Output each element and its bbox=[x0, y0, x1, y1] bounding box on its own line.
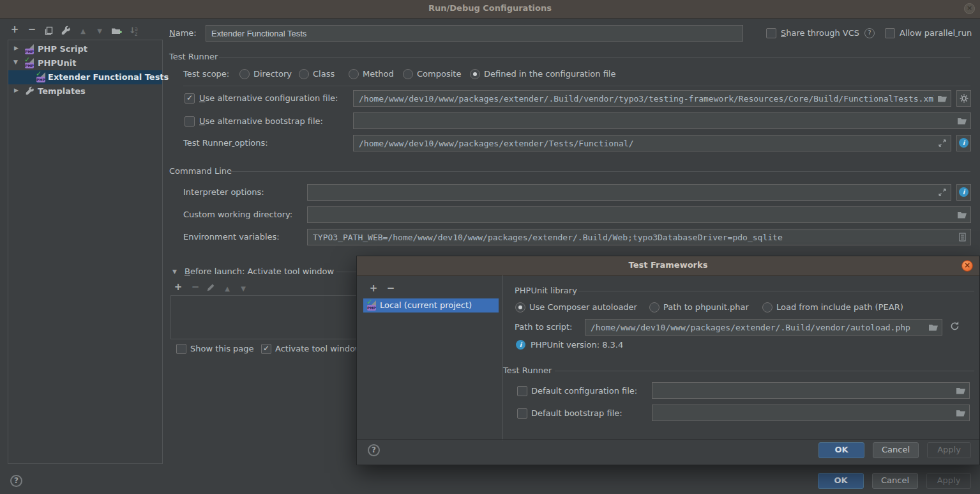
before-launch-move-up-icon[interactable]: ▲ bbox=[222, 283, 233, 295]
scope-radio-defined-in-config[interactable] bbox=[470, 69, 480, 79]
vcs-help-icon[interactable]: ? bbox=[864, 28, 875, 38]
refresh-icon[interactable] bbox=[949, 321, 960, 332]
composer-autoloader-radio[interactable] bbox=[515, 302, 525, 313]
move-down-icon[interactable]: ▼ bbox=[94, 26, 105, 37]
info-icon: i bbox=[516, 340, 525, 350]
show-this-page-label: Show this page bbox=[190, 344, 254, 353]
environment-variables-input[interactable] bbox=[307, 229, 971, 245]
window-close-icon[interactable]: × bbox=[964, 3, 975, 14]
alt-bootstrap-path-input[interactable] bbox=[353, 112, 971, 129]
scope-radio-directory[interactable] bbox=[239, 69, 250, 79]
interpreter-options-input[interactable] bbox=[307, 184, 951, 201]
composer-autoloader-radio-label[interactable]: Use Composer autoloader bbox=[529, 302, 637, 312]
use-alt-bootstrap-checkbox[interactable]: ✓ bbox=[185, 116, 195, 127]
tree-item-label[interactable]: PHP Script bbox=[38, 44, 87, 54]
help-icon[interactable]: ? bbox=[10, 475, 22, 487]
remove-configuration-button[interactable]: − bbox=[26, 24, 38, 36]
new-folder-icon[interactable] bbox=[111, 26, 123, 37]
scope-radio-method[interactable] bbox=[349, 69, 359, 79]
dialog-apply-button[interactable]: Apply bbox=[927, 442, 971, 458]
scope-radio-class[interactable] bbox=[299, 69, 309, 79]
interpreter-options-info-button[interactable]: i bbox=[956, 184, 971, 201]
group-divider bbox=[578, 291, 974, 291]
tree-item-label[interactable]: Extender Functional Tests bbox=[48, 72, 169, 82]
share-through-vcs-label: Share through VCS bbox=[781, 28, 859, 38]
name-input[interactable] bbox=[206, 25, 743, 42]
default-bootstrap-file-checkbox[interactable]: ✓ bbox=[517, 408, 527, 419]
alt-config-settings-button[interactable] bbox=[956, 90, 971, 107]
move-up-icon[interactable]: ▲ bbox=[77, 26, 89, 37]
custom-working-directory-input[interactable] bbox=[307, 206, 971, 223]
default-config-file-input[interactable] bbox=[652, 382, 970, 399]
allow-parallel-run-checkbox[interactable]: ✓ bbox=[885, 28, 895, 38]
scope-radio-composite[interactable] bbox=[403, 69, 413, 79]
include-path-pear-radio[interactable] bbox=[762, 302, 773, 313]
scope-divider bbox=[183, 86, 970, 86]
group-divider bbox=[228, 171, 970, 172]
test-runner-options-input[interactable] bbox=[353, 135, 951, 151]
sort-configurations-icon[interactable]: ↓ a z bbox=[128, 25, 140, 36]
framework-list-item-local[interactable]: PHP ✓ Local (current project) bbox=[363, 298, 499, 313]
info-icon: i bbox=[959, 187, 969, 197]
default-bootstrap-file-input[interactable] bbox=[652, 405, 970, 421]
test-runner-options-info-button[interactable]: i bbox=[956, 135, 971, 151]
path-to-script-input[interactable] bbox=[585, 319, 942, 336]
dialog-test-runner-group-title: Test Runner bbox=[503, 366, 552, 375]
framework-remove-button[interactable]: − bbox=[385, 283, 396, 295]
env-list-icon[interactable] bbox=[958, 232, 967, 242]
scope-radio-defined-in-config-label[interactable]: Defined in the configuration file bbox=[484, 69, 615, 79]
dialog-panel-divider bbox=[502, 275, 503, 440]
expand-field-icon[interactable] bbox=[937, 187, 947, 197]
show-this-page-checkbox[interactable]: ✓ bbox=[176, 344, 186, 354]
framework-list-item-label[interactable]: Local (current project) bbox=[380, 300, 472, 310]
tree-item-templates[interactable]: ▶ Templates bbox=[8, 84, 162, 98]
scope-radio-directory-label[interactable]: Directory bbox=[253, 69, 292, 79]
tree-item-extender-functional-tests[interactable]: PHP ✓ Extender Functional Tests bbox=[8, 70, 162, 84]
phpunit-phar-radio[interactable] bbox=[649, 302, 660, 313]
folder-icon[interactable] bbox=[957, 116, 967, 126]
phpunit-library-group-title: PHPUnit library bbox=[515, 286, 577, 295]
chevron-right-icon[interactable]: ▶ bbox=[14, 45, 19, 51]
default-config-file-checkbox[interactable]: ✓ bbox=[517, 386, 527, 396]
apply-button[interactable]: Apply bbox=[926, 473, 971, 489]
edit-defaults-wrench-icon[interactable] bbox=[61, 26, 72, 37]
scope-radio-method-label[interactable]: Method bbox=[363, 69, 394, 79]
before-launch-edit-pencil-icon[interactable] bbox=[206, 283, 218, 295]
scope-radio-composite-label[interactable]: Composite bbox=[417, 69, 461, 79]
dialog-cancel-button[interactable]: Cancel bbox=[873, 442, 919, 458]
configurations-tree: ▶ PHP PHP Script ▼ PHP ✓ PHPUnit PHP ✓ E… bbox=[8, 40, 163, 464]
dialog-help-icon[interactable]: ? bbox=[368, 444, 380, 456]
before-launch-collapse-icon[interactable]: ▼ bbox=[172, 268, 177, 275]
alt-config-path-input[interactable] bbox=[353, 90, 951, 107]
chevron-down-icon[interactable]: ▼ bbox=[13, 59, 18, 65]
folder-icon[interactable] bbox=[956, 385, 966, 396]
before-launch-remove-button[interactable]: − bbox=[190, 282, 201, 293]
before-launch-move-down-icon[interactable]: ▼ bbox=[237, 283, 249, 295]
add-configuration-button[interactable]: + bbox=[9, 24, 20, 36]
chevron-right-icon[interactable]: ▶ bbox=[14, 87, 19, 93]
cancel-button[interactable]: Cancel bbox=[872, 473, 918, 489]
tree-item-php-script[interactable]: ▶ PHP PHP Script bbox=[8, 42, 162, 56]
folder-icon[interactable] bbox=[957, 210, 967, 220]
tree-item-label[interactable]: Templates bbox=[38, 86, 86, 96]
folder-icon[interactable] bbox=[928, 322, 939, 332]
ok-button[interactable]: OK bbox=[818, 473, 864, 489]
test-frameworks-dialog: Test Frameworks × + − PHP ✓ Local (curre… bbox=[356, 256, 980, 465]
use-alt-config-checkbox[interactable]: ✓ bbox=[185, 93, 195, 104]
phpunit-phar-radio-label[interactable]: Path to phpunit.phar bbox=[663, 302, 749, 312]
tree-item-label[interactable]: PHPUnit bbox=[38, 58, 76, 68]
copy-configuration-icon[interactable] bbox=[43, 26, 55, 37]
share-through-vcs-checkbox[interactable]: ✓ bbox=[766, 28, 776, 38]
folder-icon[interactable] bbox=[956, 408, 966, 418]
activate-tool-window-checkbox[interactable]: ✓ bbox=[261, 344, 271, 354]
folder-icon[interactable] bbox=[937, 93, 947, 104]
tree-item-phpunit[interactable]: ▼ PHP ✓ PHPUnit bbox=[8, 56, 162, 70]
scope-radio-class-label[interactable]: Class bbox=[313, 69, 335, 79]
framework-add-button[interactable]: + bbox=[368, 283, 379, 295]
test-runner-options-label: Test Runner options: bbox=[183, 138, 268, 148]
dialog-ok-button[interactable]: OK bbox=[818, 442, 864, 458]
expand-field-icon[interactable] bbox=[937, 138, 947, 148]
before-launch-add-button[interactable]: + bbox=[172, 282, 184, 293]
dialog-close-icon[interactable]: × bbox=[961, 260, 973, 272]
include-path-pear-radio-label[interactable]: Load from include path (PEAR) bbox=[776, 302, 903, 312]
